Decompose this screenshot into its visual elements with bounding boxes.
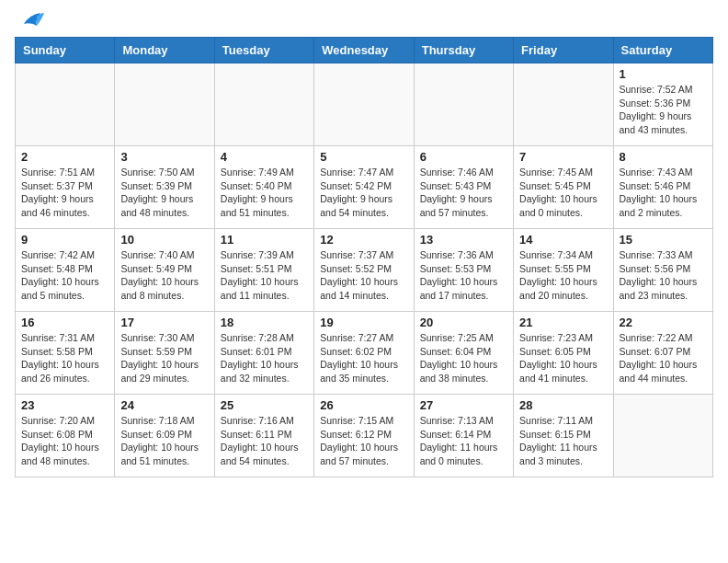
day-info: Sunrise: 7:18 AMSunset: 6:09 PMDaylight:… [120, 414, 208, 468]
day-number: 10 [120, 233, 208, 247]
weekday-header-saturday: Saturday [613, 38, 712, 63]
day-cell: 24Sunrise: 7:18 AMSunset: 6:09 PMDayligh… [115, 395, 214, 477]
day-info: Sunrise: 7:51 AMSunset: 5:37 PMDaylight:… [21, 166, 108, 220]
day-info: Sunrise: 7:25 AMSunset: 6:04 PMDaylight:… [420, 331, 507, 385]
day-number: 17 [120, 316, 208, 329]
day-cell: 28Sunrise: 7:11 AMSunset: 6:15 PMDayligh… [514, 395, 613, 477]
day-cell [115, 63, 214, 146]
logo [15, 15, 44, 29]
day-number: 3 [120, 150, 208, 164]
day-info: Sunrise: 7:33 AMSunset: 5:56 PMDaylight:… [620, 248, 707, 303]
day-number: 22 [620, 316, 707, 329]
day-info: Sunrise: 7:28 AMSunset: 6:01 PMDaylight:… [221, 331, 308, 385]
day-cell: 15Sunrise: 7:33 AMSunset: 5:56 PMDayligh… [613, 229, 712, 312]
day-cell: 14Sunrise: 7:34 AMSunset: 5:55 PMDayligh… [514, 229, 613, 312]
day-cell [314, 63, 414, 146]
day-cell: 21Sunrise: 7:23 AMSunset: 6:05 PMDayligh… [514, 312, 613, 395]
day-info: Sunrise: 7:45 AMSunset: 5:45 PMDaylight:… [519, 166, 607, 220]
day-cell: 27Sunrise: 7:13 AMSunset: 6:14 PMDayligh… [414, 395, 513, 477]
day-info: Sunrise: 7:27 AMSunset: 6:02 PMDaylight:… [320, 331, 407, 385]
day-info: Sunrise: 7:46 AMSunset: 5:43 PMDaylight:… [420, 166, 507, 220]
day-cell: 26Sunrise: 7:15 AMSunset: 6:12 PMDayligh… [314, 395, 414, 477]
day-number: 9 [21, 233, 108, 247]
day-number: 15 [620, 233, 707, 247]
day-cell: 23Sunrise: 7:20 AMSunset: 6:08 PMDayligh… [16, 395, 115, 477]
day-info: Sunrise: 7:16 AMSunset: 6:11 PMDaylight:… [221, 414, 308, 468]
day-info: Sunrise: 7:34 AMSunset: 5:55 PMDaylight:… [519, 248, 607, 303]
day-number: 2 [21, 150, 108, 164]
day-info: Sunrise: 7:15 AMSunset: 6:12 PMDaylight:… [320, 414, 407, 468]
day-info: Sunrise: 7:50 AMSunset: 5:39 PMDaylight:… [120, 166, 208, 220]
day-cell: 1Sunrise: 7:52 AMSunset: 5:36 PMDaylight… [613, 63, 712, 146]
page-header [15, 15, 713, 29]
week-row-0: 1Sunrise: 7:52 AMSunset: 5:36 PMDaylight… [16, 63, 713, 146]
week-row-4: 23Sunrise: 7:20 AMSunset: 6:08 PMDayligh… [16, 395, 713, 477]
day-info: Sunrise: 7:13 AMSunset: 6:14 PMDaylight:… [420, 414, 507, 468]
day-number: 1 [620, 67, 707, 81]
day-number: 24 [120, 398, 208, 412]
day-number: 11 [221, 233, 308, 247]
day-cell: 7Sunrise: 7:45 AMSunset: 5:45 PMDaylight… [514, 146, 613, 229]
day-info: Sunrise: 7:22 AMSunset: 6:07 PMDaylight:… [620, 331, 707, 385]
day-number: 7 [519, 150, 607, 164]
weekday-header-row: SundayMondayTuesdayWednesdayThursdayFrid… [16, 38, 713, 63]
day-number: 6 [420, 150, 507, 164]
week-row-2: 9Sunrise: 7:42 AMSunset: 5:48 PMDaylight… [16, 229, 713, 312]
day-number: 12 [320, 233, 407, 247]
day-number: 28 [519, 398, 607, 412]
day-info: Sunrise: 7:42 AMSunset: 5:48 PMDaylight:… [21, 248, 108, 303]
day-number: 8 [620, 150, 707, 164]
day-cell: 2Sunrise: 7:51 AMSunset: 5:37 PMDaylight… [16, 146, 115, 229]
day-cell: 12Sunrise: 7:37 AMSunset: 5:52 PMDayligh… [314, 229, 414, 312]
day-cell [414, 63, 513, 146]
day-cell: 20Sunrise: 7:25 AMSunset: 6:04 PMDayligh… [414, 312, 513, 395]
day-cell: 8Sunrise: 7:43 AMSunset: 5:46 PMDaylight… [613, 146, 712, 229]
week-row-1: 2Sunrise: 7:51 AMSunset: 5:37 PMDaylight… [16, 146, 713, 229]
day-info: Sunrise: 7:37 AMSunset: 5:52 PMDaylight:… [320, 248, 407, 303]
day-info: Sunrise: 7:11 AMSunset: 6:15 PMDaylight:… [519, 414, 607, 468]
day-cell: 17Sunrise: 7:30 AMSunset: 5:59 PMDayligh… [115, 312, 214, 395]
day-number: 14 [519, 233, 607, 247]
day-info: Sunrise: 7:36 AMSunset: 5:53 PMDaylight:… [420, 248, 507, 303]
day-number: 4 [221, 150, 308, 164]
day-cell: 6Sunrise: 7:46 AMSunset: 5:43 PMDaylight… [414, 146, 513, 229]
weekday-header-sunday: Sunday [16, 38, 115, 63]
day-cell: 22Sunrise: 7:22 AMSunset: 6:07 PMDayligh… [613, 312, 712, 395]
day-number: 26 [320, 398, 407, 412]
day-number: 20 [420, 316, 507, 329]
day-cell: 5Sunrise: 7:47 AMSunset: 5:42 PMDaylight… [314, 146, 414, 229]
day-number: 16 [21, 316, 108, 329]
day-cell [613, 395, 712, 477]
day-cell: 25Sunrise: 7:16 AMSunset: 6:11 PMDayligh… [214, 395, 313, 477]
weekday-header-tuesday: Tuesday [214, 38, 313, 63]
day-number: 25 [221, 398, 308, 412]
day-info: Sunrise: 7:23 AMSunset: 6:05 PMDaylight:… [519, 331, 607, 385]
day-info: Sunrise: 7:31 AMSunset: 5:58 PMDaylight:… [21, 331, 108, 385]
weekday-header-thursday: Thursday [414, 38, 513, 63]
week-row-3: 16Sunrise: 7:31 AMSunset: 5:58 PMDayligh… [16, 312, 713, 395]
day-info: Sunrise: 7:43 AMSunset: 5:46 PMDaylight:… [620, 166, 707, 220]
day-cell: 4Sunrise: 7:49 AMSunset: 5:40 PMDaylight… [214, 146, 313, 229]
day-info: Sunrise: 7:47 AMSunset: 5:42 PMDaylight:… [320, 166, 407, 220]
day-cell: 10Sunrise: 7:40 AMSunset: 5:49 PMDayligh… [115, 229, 214, 312]
weekday-header-wednesday: Wednesday [314, 38, 414, 63]
day-info: Sunrise: 7:20 AMSunset: 6:08 PMDaylight:… [21, 414, 108, 468]
day-info: Sunrise: 7:52 AMSunset: 5:36 PMDaylight:… [620, 83, 707, 137]
day-number: 13 [420, 233, 507, 247]
day-number: 27 [420, 398, 507, 412]
day-cell: 19Sunrise: 7:27 AMSunset: 6:02 PMDayligh… [314, 312, 414, 395]
day-number: 21 [519, 316, 607, 329]
weekday-header-monday: Monday [115, 38, 214, 63]
logo-bird-icon [17, 11, 44, 35]
weekday-header-friday: Friday [514, 38, 613, 63]
day-info: Sunrise: 7:30 AMSunset: 5:59 PMDaylight:… [120, 331, 208, 385]
day-number: 23 [21, 398, 108, 412]
calendar-table: SundayMondayTuesdayWednesdayThursdayFrid… [15, 37, 713, 477]
day-cell: 18Sunrise: 7:28 AMSunset: 6:01 PMDayligh… [214, 312, 313, 395]
day-cell: 11Sunrise: 7:39 AMSunset: 5:51 PMDayligh… [214, 229, 313, 312]
day-cell: 3Sunrise: 7:50 AMSunset: 5:39 PMDaylight… [115, 146, 214, 229]
day-cell: 9Sunrise: 7:42 AMSunset: 5:48 PMDaylight… [16, 229, 115, 312]
day-cell [16, 63, 115, 146]
day-info: Sunrise: 7:49 AMSunset: 5:40 PMDaylight:… [221, 166, 308, 220]
day-cell [514, 63, 613, 146]
